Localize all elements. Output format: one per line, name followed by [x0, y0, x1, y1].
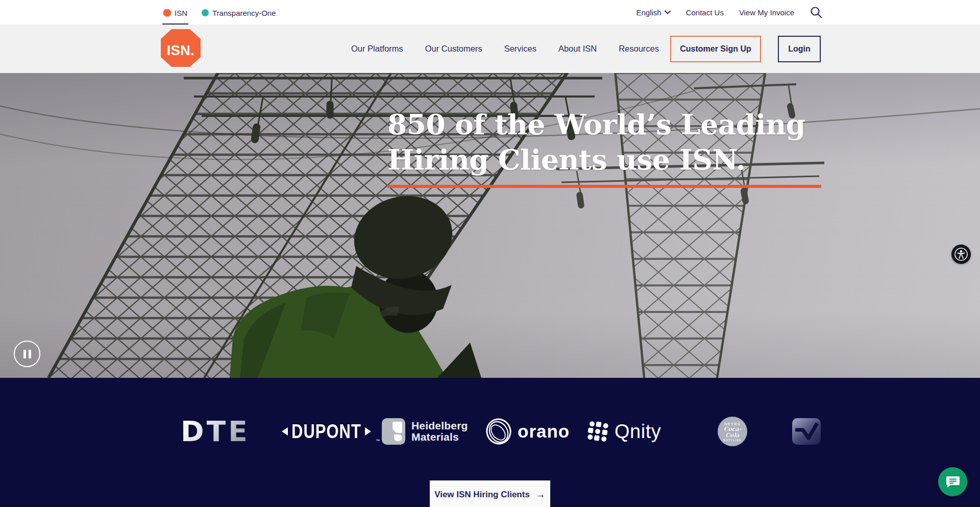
nav-item-resources[interactable]: Resources — [619, 44, 659, 54]
logo-partial-v — [792, 418, 821, 445]
logo-qnity: Qnity — [586, 419, 661, 444]
nav-item-about-isn[interactable]: About ISN — [558, 44, 597, 54]
hero-headline: 850 of the World’s Leading Hiring Client… — [387, 107, 831, 177]
search-icon[interactable] — [810, 6, 823, 19]
hero-headline-line1: 850 of the World’s Leading — [387, 107, 831, 142]
dupont-right-arrow-icon — [365, 427, 371, 436]
login-button[interactable]: Login — [778, 36, 821, 62]
isn-logo[interactable]: ISN. — [161, 29, 201, 67]
arrow-right-icon: → — [535, 489, 546, 500]
logo-dte: DTE — [181, 417, 250, 446]
isn-logo-text: ISN. — [167, 38, 195, 59]
logo-dupont: DUPONT ™ — [282, 420, 380, 443]
heidelberg-materials-icon — [382, 418, 405, 445]
qnity-dots-icon — [586, 420, 609, 443]
dupont-left-arrow-icon — [282, 427, 288, 436]
hero-headline-line2: Hiring Clients use ISN. — [387, 142, 831, 177]
tab-transparency-one-label: Transparency-One — [212, 9, 276, 17]
nav-item-our-platforms[interactable]: Our Platforms — [351, 44, 403, 54]
accessibility-icon — [953, 246, 969, 262]
view-my-invoice-label: View My Invoice — [739, 8, 794, 17]
chevron-down-icon — [665, 10, 671, 14]
language-selector[interactable]: English — [636, 8, 670, 17]
language-label: English — [636, 8, 661, 17]
contact-us-label: Contact Us — [686, 8, 724, 17]
topbar-links: English Contact Us View My Invoice — [636, 0, 823, 25]
hero-section: 850 of the World’s Leading Hiring Client… — [0, 73, 980, 378]
transparency-one-icon — [202, 9, 209, 16]
video-pause-button[interactable] — [14, 341, 40, 367]
main-navigation: ISN. Our Platforms Our Customers Service… — [0, 25, 980, 73]
accessibility-button[interactable] — [951, 245, 971, 264]
tab-isn[interactable]: ISN — [162, 0, 188, 25]
logo-reyes-coca-cola: REYES Coca-Cola BOTTLING — [718, 417, 747, 446]
v-checkmark-icon — [794, 421, 819, 442]
logo-orano: orano — [485, 418, 570, 445]
hero-headline-underline — [387, 185, 821, 188]
orano-swirl-icon — [485, 418, 512, 445]
tab-transparency-one[interactable]: Transparency-One — [201, 0, 277, 25]
tab-isn-label: ISN — [175, 9, 187, 17]
view-hiring-clients-label: View ISN Hiring Clients — [434, 490, 530, 500]
view-hiring-clients-button[interactable]: View ISN Hiring Clients → — [430, 480, 550, 507]
chat-icon — [945, 475, 961, 489]
customer-sign-up-button[interactable]: Customer Sign Up — [670, 36, 761, 62]
contact-us-link[interactable]: Contact Us — [686, 8, 724, 17]
isn-homepage: ISN Transparency-One English Contact Us … — [0, 0, 980, 507]
logo-heidelberg-materials: Heidelberg Materials — [382, 418, 468, 445]
top-utility-bar: ISN Transparency-One English Contact Us … — [0, 0, 980, 25]
nav-item-our-customers[interactable]: Our Customers — [425, 44, 482, 54]
nav-item-services[interactable]: Services — [504, 44, 536, 54]
pause-icon — [23, 350, 26, 358]
view-my-invoice-link[interactable]: View My Invoice — [739, 8, 794, 17]
isn-octagon-icon — [163, 9, 171, 17]
client-logo-strip: DTE DUPONT ™ Heidelberg Materials oran — [0, 378, 980, 507]
live-chat-button[interactable] — [938, 467, 967, 496]
nav-menu: Our Platforms Our Customers Services Abo… — [351, 25, 659, 73]
brand-tabs: ISN Transparency-One — [162, 0, 277, 25]
